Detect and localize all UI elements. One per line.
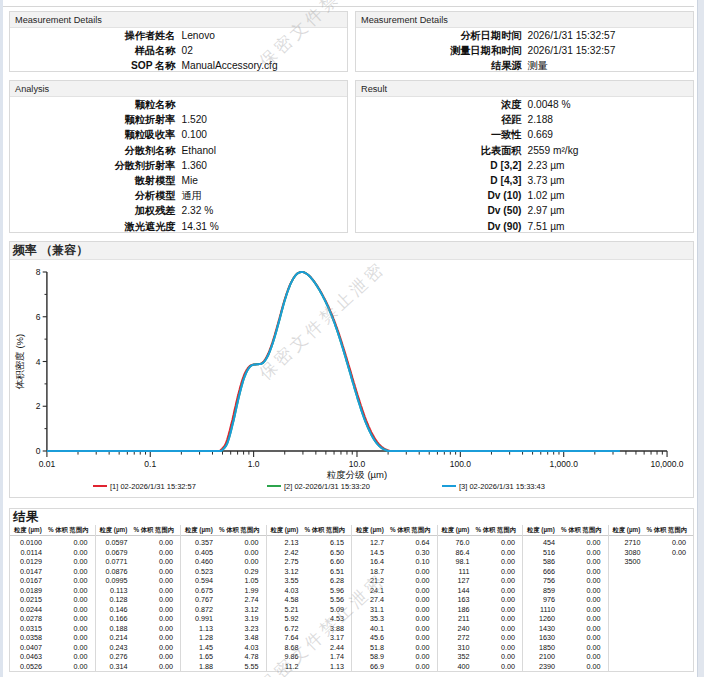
results-table-row: 3.126.51 — [271, 567, 346, 577]
results-table-row: 0.02440.00 — [14, 605, 89, 615]
results-table-row: 1110.00 — [442, 567, 517, 577]
vertical-scrollbar-track[interactable] — [697, 0, 704, 677]
results-table-rows: 0.05970.000.06790.000.07710.000.08760.00… — [100, 538, 175, 671]
volume-percent-cell: 0.00 — [128, 586, 175, 596]
detail-row: D [3,2]2.23 µm — [356, 158, 693, 173]
detail-label: 分散剂名称 — [10, 143, 176, 158]
results-table-row: 0.01890.00 — [14, 586, 89, 596]
volume-percent-cell: 5.96 — [299, 586, 346, 596]
size-cell: 2710 — [613, 538, 641, 548]
detail-value: 3.73 µm — [528, 173, 694, 188]
size-cell: 516 — [527, 548, 555, 558]
results-table-row: 0.02150.00 — [14, 595, 89, 605]
volume-percent-column-header: % 体积 范围内 — [304, 525, 345, 535]
results-table-row: 0.1880.00 — [100, 624, 175, 634]
results-table-row: 0.4600.00 — [185, 557, 260, 567]
size-cell: 4.03 — [271, 586, 299, 596]
size-cell: 0.243 — [100, 643, 128, 653]
detail-value: 2.32 % — [182, 203, 348, 218]
volume-percent-cell: 0.00 — [384, 576, 431, 586]
results-table-rows: 12.70.6414.50.3016.40.1018.70.0021.20.00… — [356, 538, 431, 671]
size-cell: 859 — [527, 586, 555, 596]
volume-percent-cell: 5.55 — [213, 662, 260, 672]
size-cell: 11.2 — [271, 662, 299, 672]
detail-value: Lenovo — [182, 28, 348, 43]
volume-percent-cell — [641, 557, 688, 567]
volume-percent-cell: 0.00 — [384, 595, 431, 605]
size-cell: 0.0114 — [14, 548, 42, 558]
detail-row: 结果源测量 — [356, 58, 693, 73]
size-cell: 40.1 — [356, 624, 384, 634]
y-axis-tick-label: 0 — [36, 446, 41, 456]
detail-label: 操作者姓名 — [10, 28, 176, 43]
detail-row: Dv (10)1.02 µm — [356, 188, 693, 203]
size-column-header: 粒度 (µm) — [100, 525, 128, 535]
detail-value: 1.360 — [182, 158, 348, 173]
header-divider — [352, 535, 437, 536]
volume-percent-cell: 0.00 — [555, 624, 602, 634]
detail-row: 激光遮光度14.31 % — [10, 219, 347, 234]
size-column-header: 粒度 (µm) — [271, 525, 299, 535]
detail-label: D [3,2] — [356, 158, 522, 173]
results-table-row: 1.283.48 — [185, 633, 260, 643]
results-table-row: 0.05260.00 — [14, 662, 89, 672]
detail-row: 分散剂名称Ethanol — [10, 143, 347, 158]
results-table-row: 0.2430.00 — [100, 643, 175, 653]
results-table-row: 98.10.00 — [442, 557, 517, 567]
detail-label: 加权残差 — [10, 203, 176, 218]
size-cell: 98.1 — [442, 557, 470, 567]
volume-percent-cell: 0.00 — [384, 643, 431, 653]
results-table-column-group: 粒度 (µm)% 体积 范围内0.3570.000.4050.000.4600.… — [180, 525, 266, 671]
results-table-row: 7.643.17 — [271, 633, 346, 643]
volume-percent-cell: 0.00 — [42, 557, 89, 567]
results-table-rows: 2.136.152.426.502.756.603.126.513.556.28… — [271, 538, 346, 671]
results-table-row: 0.03580.00 — [14, 633, 89, 643]
results-table-header-row: 粒度 (µm)% 体积 范围内 — [100, 525, 175, 535]
volume-percent-cell: 0.00 — [470, 662, 517, 672]
volume-percent-column-header: % 体积 范围内 — [390, 525, 431, 535]
size-cell: 3.55 — [271, 576, 299, 586]
size-cell: 16.4 — [356, 557, 384, 567]
panel-results-table: 结果 粒度 (µm)% 体积 范围内0.01000.000.01140.000.… — [9, 508, 694, 672]
y-axis-tick-label: 4 — [36, 357, 41, 367]
detail-row: 径距2.188 — [356, 112, 693, 127]
size-cell: 0.0463 — [14, 652, 42, 662]
volume-percent-cell: 1.05 — [213, 576, 260, 586]
results-table-row: 0.06790.00 — [100, 548, 175, 558]
detail-row: 加权残差2.32 % — [10, 203, 347, 218]
size-cell: 240 — [442, 624, 470, 634]
results-table-row: 86.40.00 — [442, 548, 517, 558]
detail-value: 1.02 µm — [528, 188, 694, 203]
legend-label: [2] 02-2026/1/31 15:33:20 — [284, 482, 370, 491]
detail-label: Dv (50) — [356, 203, 522, 218]
results-table-row: 51.80.00 — [356, 643, 431, 653]
results-table-row: 0.01290.00 — [14, 557, 89, 567]
detail-value: 通用 — [182, 188, 348, 203]
results-table-column-group: 粒度 (µm)% 体积 范围内4540.005160.005860.006660… — [522, 525, 608, 671]
size-cell: 127 — [442, 576, 470, 586]
results-table-row: 16.40.10 — [356, 557, 431, 567]
size-cell: 1.65 — [185, 652, 213, 662]
size-cell: 45.6 — [356, 633, 384, 643]
panel-measurement-details-left: Measurement Details 操作者姓名Lenovo样品名称02SOP… — [9, 11, 348, 72]
volume-percent-cell: 0.64 — [384, 538, 431, 548]
size-column-header: 粒度 (µm) — [185, 525, 213, 535]
size-cell: 0.276 — [100, 652, 128, 662]
results-table-row: 4540.00 — [527, 538, 602, 548]
results-table-header-row: 粒度 (µm)% 体积 范围内 — [271, 525, 346, 535]
size-column-header: 粒度 (µm) — [14, 525, 42, 535]
detail-value: 测量 — [528, 58, 694, 73]
volume-percent-cell: 0.00 — [42, 586, 89, 596]
size-column-header: 粒度 (µm) — [356, 525, 384, 535]
size-cell: 1.88 — [185, 662, 213, 672]
results-table-row: 0.2140.00 — [100, 633, 175, 643]
volume-percent-cell: 0.00 — [470, 605, 517, 615]
results-table-row: 3520.00 — [442, 652, 517, 662]
detail-value: ManualAccessory.cfg — [182, 58, 348, 73]
size-cell: 0.0167 — [14, 576, 42, 586]
volume-percent-cell: 0.00 — [384, 624, 431, 634]
results-table-row: 0.01470.00 — [14, 567, 89, 577]
panel-result: Result 浓度0.0048 %径距2.188一致性0.669比表面积2559… — [355, 80, 694, 233]
results-table-row: 21000.00 — [527, 652, 602, 662]
volume-percent-cell: 0.00 — [128, 557, 175, 567]
